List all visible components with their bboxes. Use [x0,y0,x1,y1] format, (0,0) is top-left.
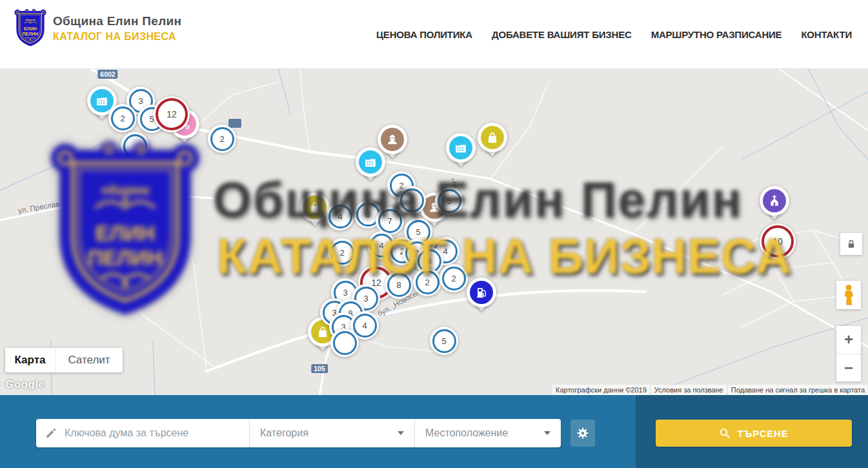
cluster-marker[interactable]: 12 [154,96,190,132]
cluster-marker[interactable]: 2 [439,264,468,292]
cluster-count: 2 [451,274,456,283]
zoom-out-button[interactable]: − [836,354,861,382]
cluster-count: 2 [219,134,224,144]
cluster-count: 12 [167,109,177,119]
cluster-count: 5 [441,336,446,346]
chevron-down-icon [544,431,550,435]
cluster-marker[interactable]: 2 [328,238,356,267]
fuel-icon [474,285,489,300]
keyword-field-wrap [36,419,249,447]
cluster-marker[interactable]: 10 [760,223,796,259]
pin-fuel[interactable] [467,278,496,315]
cluster-marker[interactable]: 2 [108,104,137,132]
advanced-settings-button[interactable] [570,420,595,447]
main-nav: ЦЕНОВА ПОЛИТИКА ДОБАВЕТЕ ВАШИЯТ БИЗНЕС М… [376,0,852,68]
nav-item-contacts[interactable]: КОНТАКТИ [801,29,852,40]
bag-icon [316,325,330,339]
map-canvas[interactable]: 6002105ул. Преславбул. „Новоселци“ 32512… [0,69,868,395]
lock-icon [845,238,858,250]
pin-factory[interactable] [356,147,385,185]
cluster-count: 4 [443,247,447,256]
bag-icon [485,130,500,145]
cluster-count: 2 [120,114,125,123]
category-select[interactable]: Категория [249,419,414,447]
zoom-in-button[interactable]: + [836,326,861,354]
map-type-control: Карта Сателит [5,348,123,372]
pencil-icon [45,427,57,439]
pin-bag[interactable] [478,123,507,160]
pegman-icon [841,284,856,306]
cluster-marker[interactable]: 2 [413,268,441,296]
cluster-marker[interactable]: 5 [435,187,463,215]
factory-icon [95,94,109,108]
cluster-marker[interactable]: 8 [385,270,413,299]
svg-text:ЕЛИН: ЕЛИН [24,26,37,32]
cluster-count: 4 [379,241,383,250]
cluster-count: 5 [447,196,451,206]
cluster-count: 5 [416,227,420,237]
gear-icon [576,426,590,440]
church-icon [767,194,782,208]
zoom-control: + − [836,326,861,382]
cluster-count: 4 [362,321,367,331]
svg-text:ПЕЛИН: ПЕЛИН [23,32,39,37]
map-attribution: Картографски данни ©2019 Условия за полз… [552,385,868,395]
factory-icon [454,141,468,155]
site-header: община ЕЛИН ПЕЛИН Община Елин Пелин КАТА… [0,0,868,69]
map-type-satellite-button[interactable]: Сателит [55,348,123,372]
attribution-report-link[interactable]: Подаване на сигнал за грешка в картата [728,385,868,395]
cluster-count: 8 [427,256,431,266]
google-logo[interactable]: Google [5,378,45,391]
location-select-value: Местоположение [425,427,508,439]
logo-subtitle: КАТАЛОГ НА БИЗНЕСА [53,31,181,43]
cluster-count: 3 [138,96,143,106]
logo-title: Община Елин Пелин [53,14,181,28]
attribution-data: Картографски данни ©2019 [552,385,650,395]
municipality-crest-icon: община ЕЛИН ПЕЛИН [14,8,46,49]
map-type-map-button[interactable]: Карта [5,348,55,372]
search-button-label: ТЪРСЕНЕ [737,428,788,439]
nav-item-pricing[interactable]: ЦЕНОВА ПОЛИТИКА [376,29,472,40]
cluster-count: 3 [409,196,414,205]
nav-item-add-business[interactable]: ДОБАВЕТЕ ВАШИЯТ БИЗНЕС [492,29,632,40]
bag-icon [308,200,322,214]
cluster-count: 4 [338,212,342,221]
cluster-marker[interactable] [330,329,359,357]
cluster-count: 2 [425,278,429,287]
cluster-count: 6 [365,210,370,219]
worker-icon [385,132,399,147]
cluster-count: 2 [339,248,344,258]
keyword-search-input[interactable] [63,427,240,440]
cluster-count: 10 [772,236,783,247]
lock-control[interactable] [840,233,862,255]
cluster-marker[interactable]: 5 [430,327,458,355]
site-logo[interactable]: община ЕЛИН ПЕЛИН Община Елин Пелин КАТА… [14,8,181,49]
svg-text:община: община [25,18,36,21]
nav-item-route-schedule[interactable]: МАРШРУТНО РАЗПИСАНИЕ [651,29,782,40]
category-select-value: Категория [260,427,308,439]
cluster-count: 7 [387,216,392,226]
pin-factory[interactable] [446,133,476,170]
search-button[interactable]: ТЪРСЕНЕ [656,420,852,447]
cluster-marker[interactable] [121,132,149,160]
search-panel: Категория Местоположение [0,395,868,468]
search-icon [719,427,731,439]
factory-icon [363,155,378,169]
cluster-marker[interactable]: 2 [208,125,236,153]
cluster-count: 3 [343,288,347,298]
cluster-marker[interactable]: 4 [326,202,354,230]
cluster-count: 8 [396,280,401,290]
pegman-control[interactable] [836,281,861,309]
cluster-marker[interactable]: 3 [398,186,426,214]
location-select[interactable]: Местоположение [414,419,561,447]
pin-church[interactable] [760,186,789,223]
chevron-down-icon [398,431,404,435]
cluster-count: 3 [363,294,368,303]
attribution-terms-link[interactable]: Условия за ползване [651,385,727,395]
pin-bag[interactable] [300,192,330,230]
search-fields: Категория Местоположение [36,419,561,447]
